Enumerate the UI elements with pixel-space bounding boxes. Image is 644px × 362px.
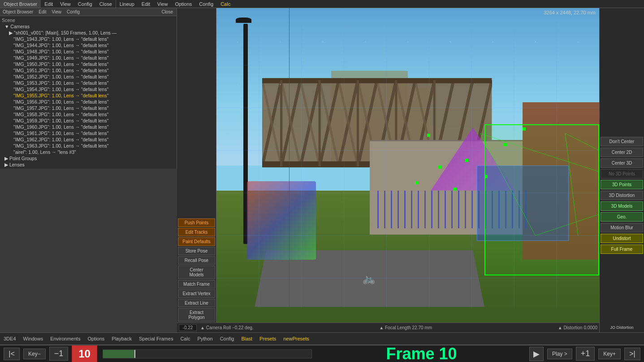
lenses-node[interactable]: ▶ Lenses (0, 161, 177, 168)
viewport-area: Push Points Edit Tracks Paint Defaults S… (177, 8, 599, 332)
img-1952[interactable]: "IMG_1952.JPG": 1.00, Lens → "default le… (0, 74, 177, 80)
airel[interactable]: "airel": 1.00, Lens → "lens #3" (0, 149, 177, 155)
motion-blur-button[interactable]: Motion Blur (601, 223, 643, 232)
first-frame-button[interactable]: |< (4, 348, 20, 360)
timeline-bar[interactable] (103, 349, 312, 358)
img-1957[interactable]: "IMG_1957.JPG": 1.00, Lens → "default le… (0, 105, 177, 111)
camera-main[interactable]: ▶ "sh001_v001": [Main], 150 Frames, 1.00… (0, 30, 166, 36)
img-1958[interactable]: "IMG_1958.JPG": 1.00, Lens → "default le… (0, 111, 177, 118)
dont-center-button[interactable]: Don't Center (601, 137, 643, 146)
recall-pose-button[interactable]: Recall Pose (178, 256, 215, 265)
frame-display: Frame 10 (317, 345, 526, 362)
edit-tracks-button[interactable]: Edit Tracks (178, 228, 215, 236)
menu-config-left[interactable]: Config (74, 0, 96, 8)
viewport-info: 3264 x 2448, 22.70 mm (544, 10, 596, 15)
bottom-menu-options[interactable]: Options (84, 333, 108, 345)
img-1951[interactable]: "IMG_1951.JPG": 1.00, Lens → "default le… (0, 67, 177, 74)
minus-one-button[interactable]: −1 (49, 347, 69, 361)
ob-menu-object-browser[interactable]: Object Browser (0, 8, 36, 16)
bottom-menu-python[interactable]: Python (194, 333, 216, 345)
bottom-menu-bar: 3DE4 Windows Environments Options Playba… (0, 332, 644, 345)
bottom-menu-environments[interactable]: Environments (47, 333, 84, 345)
object-browser-header: Object Browser Edit View Config Close (0, 8, 177, 16)
extract-vertex-button[interactable]: Extract Vertex (178, 289, 215, 298)
match-frame-button[interactable]: Match Frame (178, 280, 215, 288)
img-1944[interactable]: "IMG_1944.JPG": 1.00, Lens → "default le… (0, 42, 177, 48)
3d-models-button[interactable]: 3D Models (601, 201, 643, 211)
img-1960[interactable]: "IMG_1960.JPG": 1.00, Lens → "default le… (0, 124, 177, 130)
timeline-cursor (134, 350, 135, 358)
img-1948[interactable]: "IMG_1948.JPG": 1.00, Lens → "default le… (0, 48, 177, 55)
menu-edit-right[interactable]: Edit (138, 0, 154, 8)
playback-bar: |< Key− −1 10 Frame 10 ▶ Play > +1 Key+ … (0, 345, 644, 362)
bottom-menu-newpresets[interactable]: newPresets (280, 333, 312, 345)
menu-view-right[interactable]: View (154, 0, 172, 8)
bottom-menu-presets[interactable]: Presets (256, 333, 280, 345)
extract-polygon-button[interactable]: Extract Polygon (178, 308, 215, 322)
img-1961[interactable]: "IMG_1961.JPG": 1.00, Lens → "default le… (0, 130, 177, 136)
point-groups-node[interactable]: ▶ Point Groups (0, 155, 177, 161)
timeline-progress (103, 350, 134, 358)
ob-menu-view[interactable]: View (49, 8, 65, 16)
push-points-button[interactable]: Push Points (178, 218, 215, 227)
status-distortion: ▲ Distortion 0.0000 (558, 325, 597, 330)
menu-options[interactable]: Options (171, 0, 195, 8)
bottom-menu-3de4[interactable]: 3DE4 (0, 333, 20, 345)
full-frame-button[interactable]: Full Frame (601, 244, 643, 254)
ob-close-button[interactable]: Close (158, 8, 177, 16)
extract-line-button[interactable]: Extract Line (178, 299, 215, 307)
menu-close[interactable]: Close (96, 0, 116, 8)
bottom-menu-playback[interactable]: Playback (108, 333, 135, 345)
ob-menu-edit[interactable]: Edit (36, 8, 49, 16)
bottom-menu-blast[interactable]: Blast (238, 333, 255, 345)
play-button[interactable]: Play > (547, 349, 572, 359)
menu-edit-left[interactable]: Edit (41, 0, 56, 8)
scene-tree[interactable]: Scene ▼ Cameras ▶ "sh001_v001": [Main], … (0, 16, 177, 169)
store-pose-button[interactable]: Store Pose (178, 247, 215, 255)
img-1950[interactable]: "IMG_1950.JPG": 1.00, Lens → "default le… (0, 61, 177, 67)
menu-config-right[interactable]: Config (195, 0, 217, 8)
menu-object-browser[interactable]: Object Browser (0, 0, 41, 8)
img-1959[interactable]: "IMG_1959.JPG": 1.00, Lens → "default le… (0, 118, 177, 124)
viewport[interactable]: 🚲 (216, 8, 599, 323)
status-camera-roll: ▲ Camera Roll −0.22 deg. (200, 325, 254, 330)
menu-lineup[interactable]: Lineup (116, 0, 138, 8)
plus-one-button[interactable]: +1 (576, 347, 595, 361)
undistort-button[interactable]: Undistort (601, 234, 643, 243)
img-1954[interactable]: "IMG_1954.JPG": 1.00, Lens → "default le… (0, 86, 177, 92)
img-1955-selected[interactable]: "IMG_1955.JPG": 1.00, Lens → "default le… (0, 92, 177, 99)
bottom-menu-config[interactable]: Config (216, 333, 238, 345)
top-menu-bar: Object Browser Edit View Config Close Li… (0, 0, 644, 8)
center-2d-button[interactable]: Center 2D (601, 148, 643, 157)
bottom-menu-special-frames[interactable]: Special Frames (135, 333, 177, 345)
key-minus-button[interactable]: Key− (23, 349, 46, 359)
bottom-menu-windows[interactable]: Windows (20, 333, 47, 345)
ob-menu-config[interactable]: Config (64, 8, 82, 16)
img-1956[interactable]: "IMG_1956.JPG": 1.00, Lens → "default le… (0, 99, 177, 105)
geo-button[interactable]: Geo. (601, 212, 643, 222)
center-models-button[interactable]: Center Models (178, 266, 215, 279)
last-frame-button[interactable]: >| (624, 348, 640, 360)
left-panel: Object Browser Edit View Config Close Sc… (0, 8, 177, 169)
img-1953[interactable]: "IMG_1953.JPG": 1.00, Lens → "default le… (0, 80, 177, 86)
frame-number-box: 10 (72, 345, 97, 362)
img-1943[interactable]: "IMG_1943.JPG": 1.00, Lens → "default le… (0, 36, 177, 42)
3d-distortion-button[interactable]: 3D Distortion (601, 191, 643, 200)
img-1963[interactable]: "IMG_1963.JPG": 1.00, Lens → "default le… (0, 143, 177, 149)
cameras-node[interactable]: ▼ Cameras (0, 23, 177, 30)
3d-points-button[interactable]: 3D Points (601, 180, 643, 189)
no-3d-points-button[interactable]: No 3D Points (601, 169, 643, 179)
paint-defaults-button[interactable]: Paint Defaults (178, 237, 215, 246)
menu-calc[interactable]: Calc (217, 0, 234, 8)
status-focal-length: ▲ Focal Length 22.70 mm (379, 325, 432, 330)
svg-rect-22 (262, 78, 492, 83)
menu-view-left[interactable]: View (56, 0, 74, 8)
status-value-box: -0.22 (179, 324, 197, 331)
scene-label: Scene (0, 17, 177, 23)
pointer-icon[interactable]: ▶ (529, 347, 544, 361)
key-plus-button[interactable]: Key+ (598, 349, 621, 359)
center-3d-button[interactable]: Center 3D (601, 158, 643, 168)
bottom-menu-calc[interactable]: Calc (177, 333, 194, 345)
img-1962[interactable]: "IMG_1962.JPG": 1.00, Lens → "default le… (0, 136, 177, 143)
img-1949[interactable]: "IMG_1949.JPG": 1.00, Lens → "default le… (0, 55, 177, 61)
